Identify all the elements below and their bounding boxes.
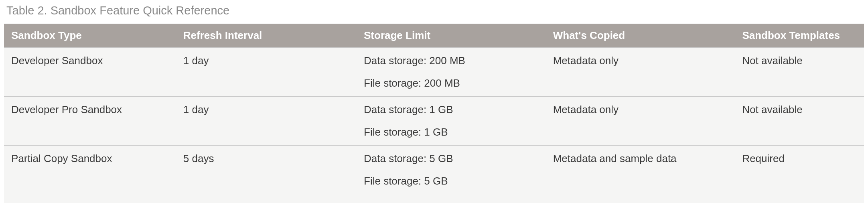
table-caption: Table 2. Sandbox Feature Quick Reference (4, 4, 864, 17)
header-sandbox-templates: Sandbox Templates (735, 24, 864, 48)
table-row: Full Sandbox 29 days Same as your produc… (4, 194, 864, 203)
cell-sandbox-type: Developer Sandbox (4, 48, 176, 97)
cell-sandbox-type: Partial Copy Sandbox (4, 145, 176, 194)
cell-templates: Not available (735, 96, 864, 145)
cell-copied: Metadata only (546, 48, 735, 97)
cell-copied: Metadata only (546, 96, 735, 145)
cell-sandbox-type: Full Sandbox (4, 194, 176, 203)
storage-data-line: Data storage: 5 GB (364, 152, 453, 164)
storage-file-line: File storage: 200 MB (364, 76, 539, 90)
sandbox-feature-table: Sandbox Type Refresh Interval Storage Li… (4, 24, 864, 203)
table-header-row: Sandbox Type Refresh Interval Storage Li… (4, 24, 864, 48)
cell-templates: Available (735, 194, 864, 203)
cell-storage: Data storage: 5 GB File storage: 5 GB (357, 145, 546, 194)
cell-sandbox-type: Developer Pro Sandbox (4, 96, 176, 145)
storage-data-line: Data storage: 200 MB (364, 55, 465, 67)
storage-data-line: Same as your production org (364, 201, 498, 203)
cell-refresh: 29 days (176, 194, 357, 203)
cell-copied: Metadata and all data (546, 194, 735, 203)
cell-storage: Same as your production org (357, 194, 546, 203)
cell-refresh: 5 days (176, 145, 357, 194)
table-row: Developer Pro Sandbox 1 day Data storage… (4, 96, 864, 145)
cell-storage: Data storage: 1 GB File storage: 1 GB (357, 96, 546, 145)
cell-templates: Required (735, 145, 864, 194)
storage-file-line: File storage: 1 GB (364, 125, 539, 139)
storage-file-line: File storage: 5 GB (364, 174, 539, 188)
table-row: Developer Sandbox 1 day Data storage: 20… (4, 48, 864, 97)
cell-templates: Not available (735, 48, 864, 97)
header-whats-copied: What's Copied (546, 24, 735, 48)
header-refresh-interval: Refresh Interval (176, 24, 357, 48)
cell-copied: Metadata and sample data (546, 145, 735, 194)
table-row: Partial Copy Sandbox 5 days Data storage… (4, 145, 864, 194)
cell-refresh: 1 day (176, 96, 357, 145)
header-storage-limit: Storage Limit (357, 24, 546, 48)
header-sandbox-type: Sandbox Type (4, 24, 176, 48)
cell-refresh: 1 day (176, 48, 357, 97)
storage-data-line: Data storage: 1 GB (364, 104, 453, 116)
cell-storage: Data storage: 200 MB File storage: 200 M… (357, 48, 546, 97)
